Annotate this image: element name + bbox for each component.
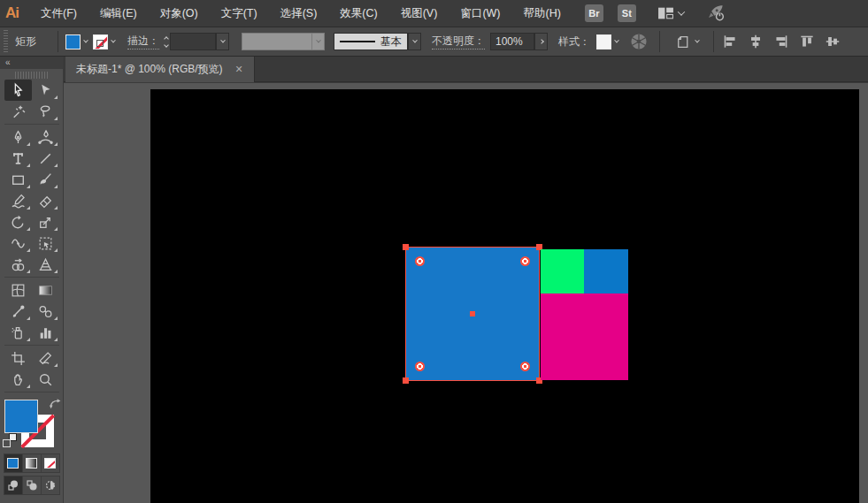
- align-top-icon[interactable]: [798, 33, 816, 50]
- width-tool[interactable]: [4, 232, 32, 254]
- selection-handle-bottom-left[interactable]: [403, 377, 409, 384]
- fill-color-swatch[interactable]: [65, 34, 81, 50]
- stroke-weight-input[interactable]: [170, 33, 216, 50]
- menu-item-view[interactable]: 视图(V): [389, 0, 449, 27]
- rotate-tool[interactable]: [4, 211, 32, 232]
- rectangle-tool[interactable]: [4, 169, 32, 190]
- stroke-style-preview[interactable]: 基本: [334, 33, 408, 50]
- corner-radius-widget-bottom-right[interactable]: [520, 362, 530, 371]
- document-tab[interactable]: 未标题-1* @ 100% (RGB/预览) ✕: [65, 57, 255, 82]
- style-picker[interactable]: [596, 34, 618, 50]
- tools-panel-grip[interactable]: [15, 72, 49, 79]
- curvature-tool[interactable]: [32, 126, 59, 148]
- opacity-label[interactable]: 不透明度：: [432, 34, 485, 50]
- workspace-switcher[interactable]: [657, 6, 684, 20]
- menu-item-window[interactable]: 窗口(W): [449, 0, 511, 27]
- tools-panel-header[interactable]: «: [0, 57, 63, 69]
- artboard-tool[interactable]: [4, 347, 32, 369]
- stock-badge[interactable]: St: [618, 4, 636, 22]
- eyedropper-tool[interactable]: [4, 301, 32, 322]
- lasso-tool[interactable]: [32, 101, 59, 122]
- mesh-tool[interactable]: [4, 279, 32, 301]
- color-chip: [7, 458, 19, 469]
- paintbrush-tool[interactable]: [32, 169, 59, 190]
- blend-tool[interactable]: [32, 301, 59, 322]
- hand-tool[interactable]: [4, 369, 32, 390]
- stroke-weight-stepper[interactable]: [165, 37, 168, 47]
- line-segment-tool[interactable]: [32, 148, 59, 169]
- shaper-pencil-icon: [10, 193, 27, 210]
- zoom-tool[interactable]: [32, 369, 59, 390]
- stroke-weight-label[interactable]: 描边：: [127, 34, 159, 50]
- selection-center-point[interactable]: [470, 311, 475, 316]
- pen-tool[interactable]: [4, 126, 32, 148]
- align-vertical-center-icon[interactable]: [824, 33, 841, 50]
- opacity-expand-button[interactable]: [534, 33, 548, 50]
- corner-radius-widget-top-right[interactable]: [520, 256, 530, 266]
- slice-tool[interactable]: [32, 347, 59, 369]
- corner-radius-widget-bottom-left[interactable]: [415, 362, 425, 371]
- stroke-none-swatch[interactable]: [93, 34, 108, 50]
- stroke-color-picker[interactable]: [93, 34, 115, 50]
- control-bar-grip[interactable]: [2, 30, 10, 53]
- active-tool-label: 矩形: [15, 34, 36, 50]
- canvas-pasteboard[interactable]: [64, 83, 868, 503]
- menu-item-object[interactable]: 对象(O): [149, 0, 210, 27]
- menu-item-select[interactable]: 选择(S): [269, 0, 329, 27]
- appearance-buttons: [4, 453, 60, 473]
- color-button[interactable]: [4, 454, 23, 472]
- draw-behind-button[interactable]: [23, 476, 42, 494]
- eraser-tool[interactable]: [32, 190, 59, 211]
- close-tab-icon[interactable]: ✕: [235, 64, 243, 75]
- small-blue-rectangle[interactable]: [584, 249, 628, 293]
- stroke-weight-dropdown[interactable]: [216, 33, 229, 50]
- bridge-badge[interactable]: Br: [585, 4, 603, 22]
- type-tool[interactable]: [4, 148, 32, 169]
- hand-icon: [10, 371, 27, 388]
- direct-selection-tool[interactable]: [32, 80, 59, 101]
- divider: [4, 392, 59, 392]
- brush-definition-field: [242, 33, 312, 50]
- selection-tool[interactable]: [4, 80, 32, 101]
- menu-item-type[interactable]: 文字(T): [210, 0, 269, 27]
- stroke-style-dropdown[interactable]: [408, 33, 421, 50]
- gradient-tool[interactable]: [32, 279, 59, 301]
- menu-item-effect[interactable]: 效果(C): [328, 0, 388, 27]
- magic-wand-icon: [10, 103, 27, 120]
- column-graph-tool[interactable]: [32, 322, 59, 343]
- opacity-input[interactable]: 100%: [490, 33, 534, 50]
- shape-options[interactable]: [674, 34, 699, 50]
- align-right-icon[interactable]: [772, 33, 790, 50]
- draw-inside-button[interactable]: [42, 476, 59, 494]
- scale-tool[interactable]: [32, 211, 59, 232]
- perspective-grid-tool[interactable]: [32, 254, 59, 275]
- menu-item-edit[interactable]: 编辑(E): [88, 0, 149, 27]
- fill-color-picker[interactable]: [65, 34, 88, 50]
- drawing-mode-buttons: [4, 476, 60, 495]
- shape-builder-tool[interactable]: [4, 254, 32, 275]
- gradient-button[interactable]: [23, 454, 42, 472]
- align-horizontal-center-icon[interactable]: [747, 33, 764, 50]
- free-transform-tool[interactable]: [32, 232, 59, 254]
- style-swatch[interactable]: [596, 34, 611, 50]
- selected-blue-rectangle[interactable]: [406, 248, 539, 380]
- draw-normal-button[interactable]: [4, 476, 23, 494]
- shaper-tool[interactable]: [4, 190, 32, 211]
- none-button[interactable]: [42, 454, 59, 472]
- corner-radius-widget-top-left[interactable]: [415, 256, 425, 266]
- divider: [713, 31, 714, 52]
- fill-indicator[interactable]: [4, 400, 38, 433]
- selection-handle-top-left[interactable]: [403, 244, 409, 250]
- align-left-icon[interactable]: [721, 33, 739, 50]
- symbol-sprayer-tool[interactable]: [4, 322, 32, 343]
- swap-fill-stroke-icon[interactable]: [49, 398, 62, 411]
- default-fill-stroke-icon[interactable]: [3, 433, 17, 447]
- menu-item-file[interactable]: 文件(F): [29, 0, 88, 27]
- magic-wand-tool[interactable]: [4, 101, 32, 122]
- green-rectangle[interactable]: [541, 249, 584, 293]
- collapse-panel-icon[interactable]: «: [5, 57, 11, 67]
- magenta-rectangle[interactable]: [541, 293, 628, 380]
- gpu-performance-rocket-icon[interactable]: [703, 4, 726, 23]
- menu-item-help[interactable]: 帮助(H): [512, 0, 572, 27]
- blend-icon: [37, 303, 54, 320]
